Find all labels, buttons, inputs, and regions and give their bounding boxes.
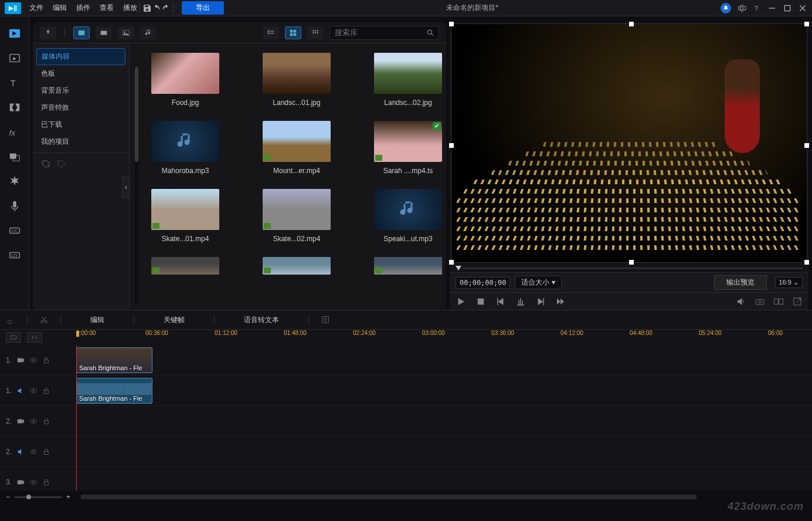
- media-item[interactable]: Skate...02.mp4: [253, 189, 341, 243]
- dual-preview-icon[interactable]: [773, 296, 784, 307]
- video-thumbnail[interactable]: [151, 189, 219, 230]
- volume-icon[interactable]: [736, 296, 746, 307]
- zoom-slider[interactable]: [15, 496, 62, 498]
- tag-add-icon[interactable]: +: [41, 159, 52, 170]
- media-item[interactable]: Mount...er.mp4: [253, 121, 341, 175]
- sidebar-item-downloaded[interactable]: 已下载: [33, 116, 129, 133]
- maximize-icon[interactable]: [783, 4, 792, 13]
- text-room-icon[interactable]: T: [8, 76, 21, 89]
- audio-thumbnail[interactable]: [151, 121, 219, 162]
- overlay-room-icon[interactable]: [8, 150, 21, 163]
- prev-frame-icon[interactable]: [495, 296, 506, 307]
- marker-icon[interactable]: [515, 296, 526, 307]
- timeline-tool-a-icon[interactable]: [6, 332, 21, 343]
- image-thumbnail[interactable]: [263, 53, 331, 94]
- zoom-fit-select[interactable]: 适合大小 ▾: [515, 276, 561, 289]
- eraser-icon[interactable]: [6, 315, 15, 324]
- track-content[interactable]: Sarah Brightman - Fle: [76, 375, 812, 405]
- media-item[interactable]: Food.jpg: [141, 53, 229, 107]
- collapse-sidebar-icon[interactable]: ‹: [123, 177, 130, 198]
- menu-view[interactable]: 查看: [100, 3, 114, 13]
- minimize-icon[interactable]: [767, 4, 777, 13]
- timeline-h-scrollbar[interactable]: [81, 495, 800, 499]
- preview-scrubber[interactable]: [450, 264, 808, 272]
- sidebar-scrollbar[interactable]: [135, 67, 138, 304]
- video-thumbnail[interactable]: [374, 121, 442, 162]
- visibility-icon[interactable]: [29, 387, 38, 395]
- view-options-icon[interactable]: [307, 26, 324, 39]
- undo-icon[interactable]: [152, 4, 161, 13]
- media-item[interactable]: [364, 257, 446, 275]
- media-item[interactable]: Speaki...ut.mp3: [364, 189, 446, 243]
- chapter-room-icon[interactable]: 123: [8, 249, 21, 262]
- track-header[interactable]: 2.: [0, 437, 76, 466]
- export-button[interactable]: 导出: [182, 1, 224, 15]
- zoom-in-icon[interactable]: +: [66, 493, 70, 501]
- media-item[interactable]: Skate...01.mp4: [141, 189, 229, 243]
- audio-thumbnail[interactable]: [374, 189, 442, 230]
- lock-icon[interactable]: [42, 478, 50, 486]
- import-icon[interactable]: [40, 26, 56, 39]
- track-header[interactable]: 1.: [0, 375, 76, 405]
- output-preview-button[interactable]: 输出预览: [714, 275, 767, 290]
- media-room-icon[interactable]: [8, 27, 21, 40]
- video-thumbnail[interactable]: [263, 189, 331, 230]
- settings-icon[interactable]: [737, 4, 746, 13]
- search-icon[interactable]: [426, 29, 434, 37]
- timeline-clip[interactable]: Sarah Brightman - Fle: [76, 347, 152, 373]
- lock-icon[interactable]: [42, 387, 50, 395]
- track-content[interactable]: Sarah Brightman - Fle: [76, 345, 812, 375]
- visibility-icon[interactable]: [29, 356, 38, 364]
- snapshot-icon[interactable]: [755, 296, 765, 307]
- filter-video-icon[interactable]: [96, 26, 112, 39]
- save-icon[interactable]: [142, 4, 152, 13]
- search-input[interactable]: [329, 26, 439, 40]
- tab-edit[interactable]: 编辑: [73, 315, 122, 325]
- close-icon[interactable]: [798, 4, 807, 13]
- playhead-line[interactable]: [76, 345, 77, 490]
- play-icon[interactable]: [456, 296, 466, 307]
- visibility-icon[interactable]: [29, 417, 38, 425]
- preview-viewport[interactable]: [451, 23, 807, 263]
- selection-handles[interactable]: [451, 24, 807, 262]
- visibility-icon[interactable]: [29, 448, 38, 456]
- video-thumbnail[interactable]: [263, 257, 331, 275]
- sidebar-item-bgmusic[interactable]: 背景音乐: [33, 82, 129, 99]
- video-thumbnail[interactable]: [374, 257, 442, 275]
- media-item[interactable]: Mahoroba.mp3: [141, 121, 229, 175]
- filter-audio-icon[interactable]: [140, 26, 157, 39]
- tab-keyframe[interactable]: 关键帧: [146, 315, 202, 325]
- tag-icon[interactable]: [56, 159, 67, 170]
- lock-icon[interactable]: [42, 417, 50, 425]
- media-item[interactable]: Sarah ....mp4.ts: [364, 121, 446, 175]
- media-item[interactable]: [253, 257, 341, 275]
- lock-icon[interactable]: [42, 448, 50, 456]
- effects-room-icon[interactable]: fx: [8, 126, 21, 138]
- video-thumbnail[interactable]: [151, 257, 219, 275]
- audio-room-icon[interactable]: [8, 199, 21, 212]
- view-list-icon[interactable]: [263, 26, 279, 39]
- timeline-ruler[interactable]: 0:00:0000:36:0001:12:0001:48:0002:24:000…: [76, 330, 812, 345]
- particle-room-icon[interactable]: [8, 175, 21, 188]
- sidebar-item-myprojects[interactable]: 我的项目: [33, 133, 129, 150]
- next-frame-icon[interactable]: [535, 296, 546, 307]
- menu-plugins[interactable]: 插件: [76, 3, 90, 13]
- aspect-ratio-select[interactable]: 16:9 ⌄: [775, 277, 803, 288]
- sidebar-item-soundfx[interactable]: 声音特效: [33, 99, 129, 116]
- filter-media-icon[interactable]: [73, 26, 90, 39]
- timecode-display[interactable]: 00;00;00;00: [456, 277, 510, 289]
- timeline-tool-b-icon[interactable]: [27, 332, 42, 343]
- media-item[interactable]: Landsc...01.jpg: [253, 53, 341, 107]
- transition-room-icon[interactable]: [8, 101, 21, 114]
- sidebar-item-media[interactable]: 媒体内容: [36, 48, 125, 65]
- media-item[interactable]: Landsc...02.jpg: [364, 53, 446, 107]
- tab-speech-to-text[interactable]: 语音转文本: [226, 315, 297, 325]
- fast-forward-icon[interactable]: [555, 296, 566, 307]
- view-grid-icon[interactable]: [285, 26, 301, 39]
- scrub-marker-icon[interactable]: [456, 266, 461, 270]
- track-content[interactable]: [76, 406, 812, 436]
- video-thumbnail[interactable]: [263, 121, 331, 162]
- redo-icon[interactable]: [161, 4, 171, 13]
- sidebar-item-colorboards[interactable]: 色板: [33, 65, 129, 82]
- track-header[interactable]: 2.: [0, 406, 76, 436]
